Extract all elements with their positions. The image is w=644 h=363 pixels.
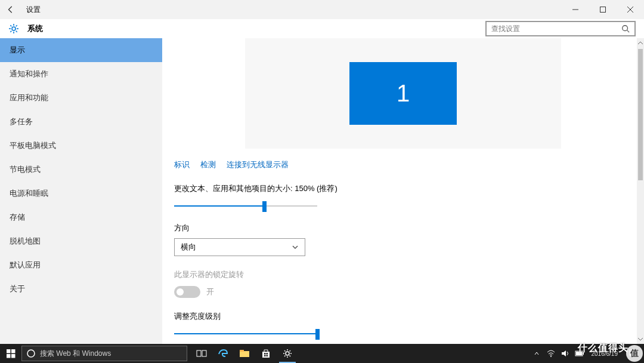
search-icon bbox=[621, 24, 630, 33]
orientation-select[interactable]: 横向 bbox=[174, 238, 305, 256]
start-button[interactable] bbox=[0, 344, 21, 363]
svg-rect-12 bbox=[262, 352, 270, 358]
wifi-icon[interactable] bbox=[544, 344, 558, 363]
sidebar-item-2[interactable]: 应用和功能 bbox=[0, 86, 162, 110]
svg-rect-4 bbox=[11, 349, 16, 353]
slider-thumb[interactable] bbox=[315, 329, 320, 340]
svg-point-1 bbox=[12, 27, 16, 30]
svg-rect-5 bbox=[7, 354, 11, 358]
sidebar-item-6[interactable]: 电源和睡眠 bbox=[0, 182, 162, 205]
minimize-button[interactable] bbox=[562, 0, 589, 19]
header: 系统 查找设置 bbox=[0, 19, 644, 38]
svg-point-18 bbox=[550, 356, 552, 357]
detect-link[interactable]: 检测 bbox=[200, 159, 216, 170]
scale-slider[interactable] bbox=[174, 202, 317, 210]
content: 1 标识 检测 连接到无线显示器 更改文本、应用和其他项目的大小: 150% (… bbox=[162, 38, 644, 344]
svg-point-2 bbox=[623, 26, 628, 31]
svg-rect-3 bbox=[7, 349, 11, 353]
svg-rect-8 bbox=[197, 350, 201, 356]
task-view-icon[interactable] bbox=[191, 344, 212, 363]
window-controls bbox=[562, 0, 644, 19]
sidebar-item-8[interactable]: 脱机地图 bbox=[0, 229, 162, 253]
display-links: 标识 检测 连接到无线显示器 bbox=[174, 159, 632, 170]
sidebar-item-1[interactable]: 通知和操作 bbox=[0, 62, 162, 86]
scrollbar[interactable] bbox=[637, 38, 644, 344]
identify-link[interactable]: 标识 bbox=[174, 159, 190, 170]
sidebar: 显示通知和操作应用和功能多任务平板电脑模式节电模式电源和睡眠存储脱机地图默认应用… bbox=[0, 38, 162, 344]
sidebar-item-4[interactable]: 平板电脑模式 bbox=[0, 134, 162, 158]
watermark-text: 什么值得头 bbox=[578, 342, 628, 355]
brightness-slider[interactable] bbox=[174, 330, 317, 337]
sidebar-item-10[interactable]: 关于 bbox=[0, 277, 162, 301]
svg-point-17 bbox=[286, 352, 289, 355]
search-input[interactable]: 查找设置 bbox=[485, 21, 636, 36]
wireless-link[interactable]: 连接到无线显示器 bbox=[227, 159, 289, 170]
scroll-thumb[interactable] bbox=[638, 49, 643, 180]
titlebar: 设置 bbox=[0, 0, 644, 19]
header-title: 系统 bbox=[27, 23, 43, 34]
store-icon[interactable] bbox=[255, 344, 277, 363]
slider-thumb[interactable] bbox=[262, 201, 267, 212]
volume-icon[interactable] bbox=[558, 344, 572, 363]
scroll-down-icon[interactable] bbox=[638, 337, 643, 342]
sidebar-item-9[interactable]: 默认应用 bbox=[0, 253, 162, 277]
sidebar-item-5[interactable]: 节电模式 bbox=[0, 158, 162, 182]
svg-rect-16 bbox=[267, 355, 268, 357]
chevron-down-icon bbox=[292, 244, 299, 251]
sidebar-item-3[interactable]: 多任务 bbox=[0, 110, 162, 134]
gear-icon bbox=[8, 23, 19, 34]
svg-rect-9 bbox=[202, 350, 206, 356]
window-title: 设置 bbox=[26, 5, 41, 15]
taskbar: 搜索 Web 和 Windows 2016/6/19 bbox=[0, 344, 644, 363]
monitor-1[interactable]: 1 bbox=[349, 62, 457, 125]
sidebar-item-0[interactable]: 显示 bbox=[0, 38, 162, 62]
explorer-icon[interactable] bbox=[234, 344, 255, 363]
brightness-label: 调整亮度级别 bbox=[174, 311, 632, 322]
maximize-button[interactable] bbox=[589, 0, 617, 19]
lock-toggle: 开 bbox=[174, 286, 632, 298]
watermark-badge: 值 bbox=[626, 345, 643, 362]
svg-rect-0 bbox=[600, 7, 606, 13]
svg-point-7 bbox=[27, 350, 35, 357]
cortana-icon bbox=[27, 349, 35, 358]
svg-rect-13 bbox=[264, 353, 266, 355]
scale-label: 更改文本、应用和其他项目的大小: 150% (推荐) bbox=[174, 183, 632, 194]
search-placeholder: 查找设置 bbox=[491, 24, 621, 34]
close-button[interactable] bbox=[617, 0, 644, 19]
svg-rect-15 bbox=[264, 355, 266, 357]
monitor-preview[interactable]: 1 bbox=[245, 38, 561, 149]
tray-chevron-icon[interactable] bbox=[530, 344, 544, 363]
svg-rect-11 bbox=[240, 350, 244, 352]
scroll-up-icon[interactable] bbox=[638, 41, 643, 45]
lock-label: 此显示器的锁定旋转 bbox=[174, 269, 632, 280]
edge-icon[interactable] bbox=[212, 344, 234, 363]
taskbar-search[interactable]: 搜索 Web 和 Windows bbox=[21, 346, 187, 361]
back-button[interactable] bbox=[0, 0, 21, 19]
svg-rect-14 bbox=[267, 353, 268, 355]
sidebar-item-7[interactable]: 存储 bbox=[0, 205, 162, 229]
orientation-label: 方向 bbox=[174, 223, 632, 233]
settings-icon[interactable] bbox=[277, 344, 298, 363]
svg-rect-10 bbox=[240, 351, 249, 357]
svg-rect-6 bbox=[11, 354, 16, 358]
